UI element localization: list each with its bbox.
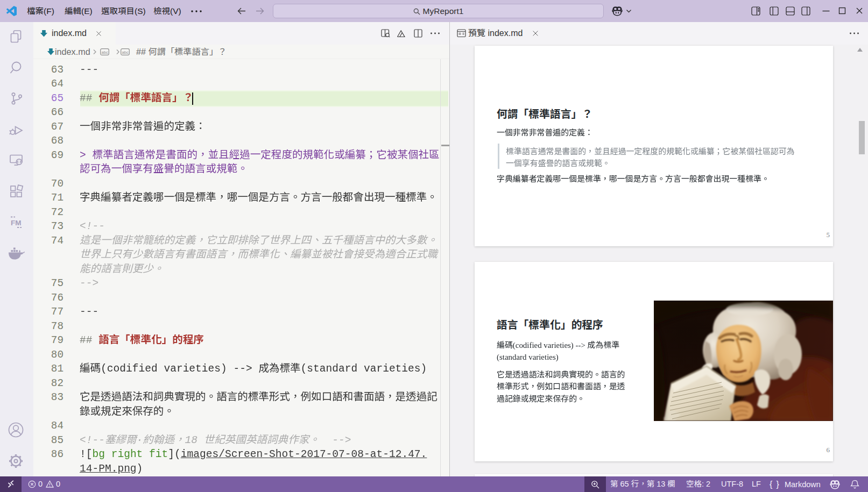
svg-text:abc: abc bbox=[122, 50, 129, 55]
svg-text:FM: FM bbox=[11, 219, 22, 227]
svg-text:abc: abc bbox=[102, 50, 108, 55]
